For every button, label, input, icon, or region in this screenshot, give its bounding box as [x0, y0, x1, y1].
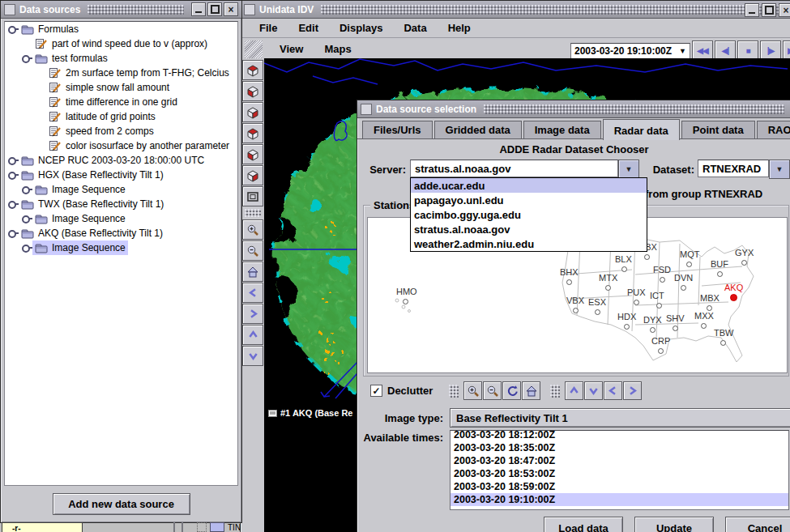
minimize-window-button[interactable]: [745, 3, 759, 17]
server-option[interactable]: papagayo.unl.edu: [411, 193, 647, 207]
tree-row[interactable]: simple snow fall amount: [5, 80, 237, 95]
tree-row[interactable]: latitude of grid points: [5, 109, 237, 124]
tree-row[interactable]: AKQ (Base Reflectivity Tilt 1): [5, 226, 237, 240]
cube-4-button[interactable]: [242, 123, 263, 143]
time-option[interactable]: 2003-03-20 18:53:00Z: [451, 467, 788, 480]
cube-5-button[interactable]: [242, 144, 263, 164]
station-dot-icon: [660, 277, 665, 283]
tree-row[interactable]: test formulas: [5, 51, 237, 66]
server-option[interactable]: cacimbo.ggy.uga.edu: [411, 207, 647, 222]
tree-expand-handle[interactable]: [8, 229, 16, 237]
toolbar-grip[interactable]: [245, 40, 263, 58]
box-button[interactable]: [242, 186, 263, 206]
data-source-selection-dialog: Data source selection Files/Urls Gridded…: [357, 100, 790, 532]
close-window-button[interactable]: ×: [779, 3, 790, 17]
chevron-left-button[interactable]: [604, 381, 622, 400]
chevron-down-icon[interactable]: ▼: [618, 160, 639, 179]
dataset-combo[interactable]: RTNEXRAD ▼: [698, 160, 790, 179]
tree-expand-handle[interactable]: [8, 200, 16, 208]
tree-row[interactable]: Image Sequence: [5, 211, 237, 226]
chevron-down-icon: ▼: [679, 47, 686, 55]
menu-help[interactable]: Help: [438, 22, 481, 34]
dialog-button[interactable]: Load data: [544, 517, 623, 532]
server-combo[interactable]: stratus.al.noaa.gov ▼: [410, 160, 639, 179]
cube-2-button[interactable]: [242, 81, 263, 101]
server-option[interactable]: adde.ucar.edu: [411, 178, 647, 193]
cube-6-button[interactable]: [242, 165, 263, 185]
server-option[interactable]: weather2.admin.niu.edu: [411, 236, 647, 251]
tree-expand-handle[interactable]: [22, 185, 30, 194]
time-selector[interactable]: 2003-03-20 19:10:00Z ▼: [570, 43, 690, 59]
declutter-checkbox[interactable]: ✓: [370, 385, 382, 397]
tree-row[interactable]: time difference in one grid: [5, 95, 237, 109]
data-sources-titlebar[interactable]: Data sources ×: [1, 1, 241, 19]
close-window-button[interactable]: ×: [224, 2, 238, 16]
time-option[interactable]: 2003-03-20 18:47:00Z: [451, 454, 788, 467]
dialog-button-label: Update: [656, 522, 692, 532]
menu-displays[interactable]: Displays: [329, 22, 393, 34]
dialog-button[interactable]: Cancel: [725, 517, 790, 532]
tree-expand-handle[interactable]: [22, 54, 30, 62]
home-button[interactable]: [522, 381, 540, 400]
chevron-right-button[interactable]: [242, 304, 263, 324]
tree-row[interactable]: Image Sequence: [5, 240, 237, 255]
maximize-window-button[interactable]: [762, 3, 776, 17]
tree-row[interactable]: color isosurface by another parameter: [5, 138, 237, 153]
time-option[interactable]: 2003-03-20 18:59:00Z: [451, 480, 788, 493]
chevron-right-button[interactable]: [623, 381, 642, 400]
menu-data[interactable]: Data: [393, 22, 437, 34]
cube-3-button[interactable]: [242, 102, 263, 122]
chevron-up-button[interactable]: [242, 325, 263, 345]
chevron-up-button[interactable]: [565, 381, 583, 400]
zoom-out-button[interactable]: [242, 240, 263, 261]
dialog-button[interactable]: Update: [634, 517, 714, 532]
tree-expand-handle[interactable]: [22, 215, 30, 223]
add-data-source-button[interactable]: Add new data source: [53, 493, 190, 515]
chevron-down-icon[interactable]: ▼: [769, 160, 790, 179]
dialog-titlebar[interactable]: Data source selection: [357, 100, 790, 118]
tree-expand-handle[interactable]: [22, 244, 30, 252]
zoom-in-button[interactable]: [242, 219, 263, 240]
rotate-button[interactable]: [502, 381, 521, 400]
chevron-down-button[interactable]: [584, 381, 603, 400]
main-window-titlebar[interactable]: Unidata IDV ×: [241, 1, 790, 19]
server-option[interactable]: stratus.al.noaa.gov: [411, 222, 647, 236]
chooser-tab[interactable]: RAOB data: [757, 121, 790, 139]
tree-row[interactable]: NCEP RUC 2003-03-20 18:00:00 UTC: [5, 153, 237, 168]
time-option[interactable]: 2003-03-20 18:35:00Z: [451, 441, 788, 454]
chooser-tab[interactable]: Image data: [523, 121, 601, 139]
home-button[interactable]: [242, 262, 263, 282]
chevron-left-button[interactable]: [242, 283, 263, 303]
tree-row[interactable]: speed from 2 comps: [5, 124, 237, 138]
tree-row[interactable]: part of wind speed due to v (approx): [5, 36, 237, 51]
zoom-in-button[interactable]: [463, 381, 482, 400]
tree-row[interactable]: TWX (Base Reflectivity Tilt 1): [5, 197, 237, 211]
maximize-window-button[interactable]: [207, 2, 222, 16]
tree-row[interactable]: HGX (Base Reflectivity Tilt 1): [5, 168, 237, 182]
view-legend[interactable]: #1 AKQ (Base Re: [267, 407, 354, 419]
chooser-tab[interactable]: Files/Urls: [362, 121, 433, 139]
menu-file[interactable]: File: [249, 22, 288, 34]
tree-row[interactable]: Formulas: [5, 22, 237, 36]
menu-view[interactable]: View: [269, 43, 314, 55]
tree-row[interactable]: 2m surface temp from T-FHG; Celcius: [5, 66, 237, 80]
server-value[interactable]: stratus.al.noaa.gov: [410, 160, 618, 177]
chooser-tab[interactable]: Gridded data: [434, 121, 522, 139]
chooser-tab[interactable]: Point data: [681, 121, 755, 139]
tree-expand-handle[interactable]: [8, 156, 16, 164]
time-option[interactable]: 2003-03-20 18:12:00Z: [451, 430, 788, 441]
chevron-down-button[interactable]: [242, 346, 263, 366]
image-type-combo[interactable]: Base Reflectivity Tilt 1: [450, 408, 790, 428]
time-option[interactable]: 2003-03-20 19:10:00Z: [451, 493, 788, 506]
dataset-value[interactable]: RTNEXRAD: [698, 160, 769, 177]
menu-edit[interactable]: Edit: [288, 22, 329, 34]
cube-1-button[interactable]: [242, 60, 263, 80]
times-listbox[interactable]: 2003-03-20 18:12:00Z 2003-03-20 18:35:00…: [450, 430, 789, 510]
zoom-out-button[interactable]: [483, 381, 502, 400]
minimize-window-button[interactable]: [191, 2, 206, 16]
tree-expand-handle[interactable]: [8, 25, 16, 33]
chooser-tab[interactable]: Radar data: [603, 119, 680, 140]
tree-expand-handle[interactable]: [8, 171, 16, 179]
tree-row[interactable]: Image Sequence: [5, 182, 237, 197]
menu-maps[interactable]: Maps: [314, 43, 361, 55]
